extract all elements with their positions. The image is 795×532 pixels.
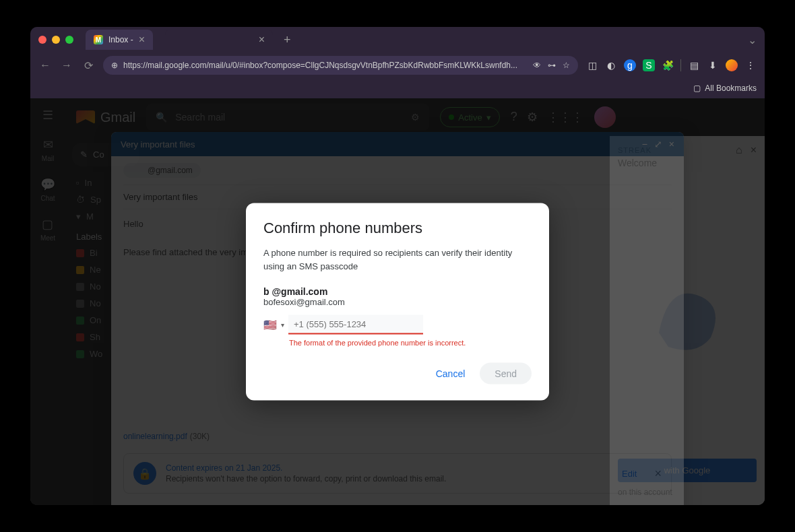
extension-icon[interactable]: S bbox=[643, 59, 655, 71]
browser-window: M Inbox - × × + ⌄ ← → ⟳ ⊕ https://mail.g… bbox=[30, 27, 765, 505]
tab-close-icon[interactable]: × bbox=[259, 34, 265, 46]
modal-title: Confirm phone numbers bbox=[263, 220, 532, 237]
cancel-button[interactable]: Cancel bbox=[426, 363, 475, 385]
browser-tab-active[interactable]: M Inbox - × bbox=[86, 30, 153, 50]
profile-avatar[interactable] bbox=[726, 59, 738, 71]
send-button-disabled[interactable]: Send bbox=[480, 363, 532, 385]
url-field[interactable]: ⊕ https://mail.google.com/mail/u/0/#inbo… bbox=[103, 56, 578, 75]
extension-icons: ◫ ◐ g S 🧩 ▤ ⬇ ⋮ bbox=[586, 59, 757, 71]
download-icon[interactable]: ⬇ bbox=[707, 59, 719, 71]
url-text: https://mail.google.com/mail/u/0/#inbox?… bbox=[123, 61, 517, 70]
bookmark-star-icon[interactable]: ☆ bbox=[563, 61, 570, 70]
country-flag-icon[interactable]: 🇺🇸 bbox=[263, 319, 277, 331]
bookmarks-bar: ▢ All Bookmarks bbox=[30, 78, 765, 98]
tab-title: Inbox - bbox=[108, 35, 133, 44]
key-icon[interactable]: ⊶ bbox=[548, 61, 556, 70]
browser-menu-icon[interactable]: ⋮ bbox=[744, 59, 757, 71]
close-window-button[interactable] bbox=[38, 36, 46, 44]
chevron-down-icon[interactable]: ▾ bbox=[281, 321, 284, 329]
phone-input[interactable] bbox=[288, 315, 423, 335]
extension-icon[interactable]: g bbox=[624, 59, 636, 71]
phone-error-text: The format of the provided phone number … bbox=[289, 339, 532, 347]
tab-close-icon[interactable]: × bbox=[139, 34, 145, 46]
all-bookmarks-button[interactable]: All Bookmarks bbox=[705, 84, 757, 93]
back-button[interactable]: ← bbox=[38, 59, 52, 71]
traffic-lights bbox=[38, 36, 73, 44]
site-info-icon[interactable]: ⊕ bbox=[111, 61, 118, 70]
maximize-window-button[interactable] bbox=[65, 36, 73, 44]
extension-icon[interactable]: ◫ bbox=[586, 59, 598, 71]
recipient-name: b @gmail.com bbox=[263, 286, 532, 297]
forward-button[interactable]: → bbox=[60, 59, 73, 71]
browser-tab-inactive[interactable]: × bbox=[165, 30, 273, 50]
eye-icon[interactable]: 👁 bbox=[533, 61, 541, 70]
minimize-window-button[interactable] bbox=[52, 36, 60, 44]
new-tab-button[interactable]: + bbox=[284, 33, 291, 47]
extension-icon[interactable]: ◐ bbox=[605, 59, 617, 71]
gmail-favicon: M bbox=[94, 35, 103, 44]
extensions-menu-icon[interactable]: 🧩 bbox=[662, 59, 674, 71]
page-content: ☰ ✉Mail 💬Chat ▢Meet Gmail 🔍 Search mail … bbox=[30, 98, 765, 505]
titlebar: M Inbox - × × + ⌄ bbox=[30, 27, 765, 53]
tab-overflow-button[interactable]: ⌄ bbox=[748, 34, 757, 46]
address-bar: ← → ⟳ ⊕ https://mail.google.com/mail/u/0… bbox=[30, 53, 765, 78]
confirm-phone-modal: Confirm phone numbers A phone number is … bbox=[246, 203, 549, 401]
reload-button[interactable]: ⟳ bbox=[82, 59, 95, 72]
folder-icon: ▢ bbox=[693, 84, 701, 93]
reading-list-icon[interactable]: ▤ bbox=[688, 59, 700, 71]
modal-description: A phone number is required so recipients… bbox=[263, 246, 532, 273]
recipient-email: bofesoxi@gmail.com bbox=[263, 297, 532, 307]
